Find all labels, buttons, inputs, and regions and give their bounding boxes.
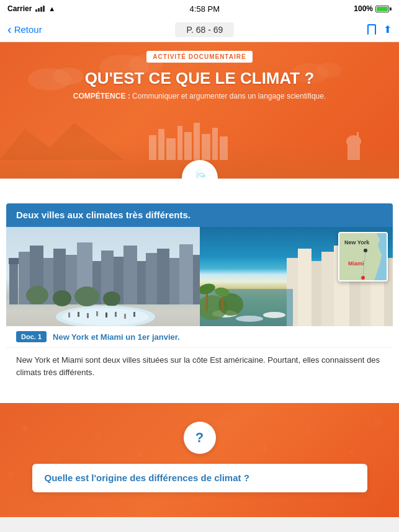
svg-text:❄: ❄ <box>93 429 104 443</box>
svg-rect-34 <box>157 249 169 304</box>
doc-caption-bar: Doc. 1 New York et Miami un 1er janvier. <box>6 326 393 348</box>
svg-rect-57 <box>321 252 334 326</box>
svg-rect-55 <box>298 249 312 326</box>
svg-point-39 <box>53 290 71 306</box>
svg-rect-18 <box>357 132 359 144</box>
carrier-label: Carrier <box>7 4 32 13</box>
svg-rect-44 <box>68 313 70 317</box>
svg-text:✦: ✦ <box>19 420 31 437</box>
miami-photo: New York Miami <box>200 227 393 326</box>
nav-right-icons: ⬆ <box>367 24 392 35</box>
map-background: New York Miami <box>339 233 387 280</box>
svg-rect-47 <box>96 311 98 316</box>
svg-point-65 <box>236 316 263 322</box>
svg-rect-21 <box>9 258 19 264</box>
svg-rect-35 <box>169 258 179 304</box>
doc-caption-text: New York et Miami un 1er janvier. <box>53 332 180 342</box>
status-bar: Carrier ▲ 4:58 PM 100% <box>0 0 399 17</box>
svg-rect-46 <box>87 313 89 318</box>
svg-text:➤: ➤ <box>6 468 16 480</box>
back-button[interactable]: Retour <box>7 22 42 37</box>
svg-marker-6 <box>0 123 124 160</box>
map-overlay: New York Miami <box>338 232 388 282</box>
svg-rect-48 <box>105 313 107 317</box>
svg-rect-13 <box>202 134 210 160</box>
svg-rect-45 <box>78 312 79 317</box>
svg-point-41 <box>103 291 120 306</box>
svg-point-38 <box>26 286 48 304</box>
status-left: Carrier ▲ <box>7 4 55 13</box>
svg-text:❄: ❄ <box>372 415 383 431</box>
map-label-miami: Miami <box>348 260 364 267</box>
battery-percent: 100% <box>354 4 373 13</box>
status-time: 4:58 PM <box>190 4 220 14</box>
doc-description: New York et Miami sont deux villes situé… <box>6 348 393 391</box>
svg-rect-7 <box>149 135 156 160</box>
photos-row: New York Miami <box>6 227 393 326</box>
svg-rect-33 <box>146 253 157 304</box>
competence-text: Communiquer et argumenter dans un langag… <box>130 92 326 100</box>
page-indicator: P. 68 - 69 <box>175 22 234 37</box>
svg-rect-14 <box>212 128 218 160</box>
svg-point-1 <box>53 68 84 85</box>
svg-point-5 <box>316 63 341 78</box>
svg-text:❄: ❄ <box>304 423 315 437</box>
hero-silhouette-decoration <box>0 117 399 160</box>
question-mark-icon: ? <box>195 430 204 446</box>
status-right: 100% <box>354 4 392 13</box>
hero-section: ACTIVITÉ DOCUMENTAIRE QU'EST CE QUE LE C… <box>0 42 399 179</box>
chevron-left-icon <box>7 22 12 37</box>
svg-text:✦: ✦ <box>137 450 145 461</box>
bookmark-icon[interactable] <box>367 24 376 35</box>
question-box: Quelle est l'origine des différences de … <box>32 464 367 492</box>
svg-point-0 <box>28 68 71 91</box>
activity-badge: ACTIVITÉ DOCUMENTAIRE <box>146 51 252 63</box>
question-circle: ? <box>184 422 216 454</box>
competence-bold: COMPÉTENCE : <box>73 92 130 100</box>
svg-point-17 <box>346 135 361 148</box>
map-label-new-york: New York <box>344 239 369 246</box>
svg-rect-37 <box>193 255 200 304</box>
section-header-text: Deux villes aux climates très différents… <box>16 210 191 220</box>
svg-rect-12 <box>194 123 200 160</box>
hero-title: QU'EST CE QUE LE CLIMAT ? <box>85 69 315 88</box>
svg-rect-15 <box>220 136 228 160</box>
svg-text:❄: ❄ <box>217 415 228 431</box>
wifi-icon: ▲ <box>48 5 55 12</box>
svg-point-40 <box>74 286 99 306</box>
nyc-photo <box>6 227 200 326</box>
svg-text:✦: ✦ <box>261 443 270 455</box>
svg-text:✦: ✦ <box>347 447 356 458</box>
question-text: Quelle est l'origine des différences de … <box>45 472 249 483</box>
svg-rect-56 <box>312 261 321 326</box>
nav-bar: Retour P. 68 - 69 ⬆ <box>0 17 399 42</box>
svg-rect-32 <box>137 261 146 304</box>
hero-subtitle: COMPÉTENCE : Communiquer et argumenter d… <box>61 92 339 100</box>
leaf-icon: 🍃 <box>191 169 209 179</box>
svg-rect-36 <box>179 244 193 304</box>
signal-bars-icon <box>35 6 45 12</box>
svg-point-66 <box>263 312 285 318</box>
back-label: Retour <box>14 24 42 35</box>
svg-rect-50 <box>124 314 126 319</box>
svg-rect-51 <box>133 312 135 317</box>
content-area: Deux villes aux climates très différents… <box>0 179 399 403</box>
svg-rect-9 <box>166 138 176 160</box>
battery-icon <box>375 6 392 12</box>
svg-rect-8 <box>158 129 164 160</box>
svg-rect-10 <box>177 126 182 160</box>
leaf-circle: 🍃 <box>182 160 218 179</box>
deco-pattern: ✦ ❄ ❄ ✦ ❄ ✦ ❄ ✦ ❄ ➤ ➤ ➤ ➤ ➤ <box>0 403 399 517</box>
svg-rect-31 <box>123 246 137 304</box>
svg-rect-11 <box>184 132 192 160</box>
svg-rect-20 <box>9 261 18 304</box>
svg-rect-49 <box>115 312 117 317</box>
section-header: Deux villes aux climates très différents… <box>6 203 393 227</box>
bottom-section: ✦ ❄ ❄ ✦ ❄ ✦ ❄ ✦ ❄ ➤ ➤ ➤ ➤ ➤ ? Quelle est… <box>0 403 399 517</box>
share-icon[interactable]: ⬆ <box>383 24 392 35</box>
doc-number: Doc. 1 <box>16 331 47 342</box>
